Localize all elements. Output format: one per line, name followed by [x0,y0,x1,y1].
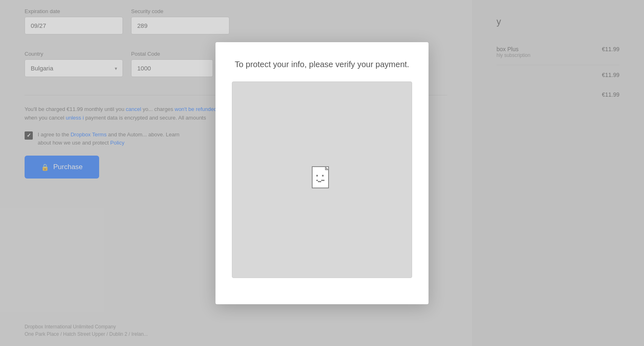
broken-document-icon [311,166,333,194]
svg-rect-7 [321,180,323,181]
broken-doc-svg [311,166,333,194]
verification-modal: To protect your info, please verify your… [215,42,429,304]
modal-overlay: To protect your info, please verify your… [0,0,644,346]
svg-rect-4 [316,180,318,181]
modal-title: To protect your info, please verify your… [235,59,409,70]
svg-rect-5 [318,181,320,182]
svg-rect-8 [323,180,324,181]
svg-rect-3 [322,175,324,176]
svg-rect-6 [320,181,321,182]
svg-rect-2 [316,175,318,176]
payment-verification-frame [232,81,412,278]
